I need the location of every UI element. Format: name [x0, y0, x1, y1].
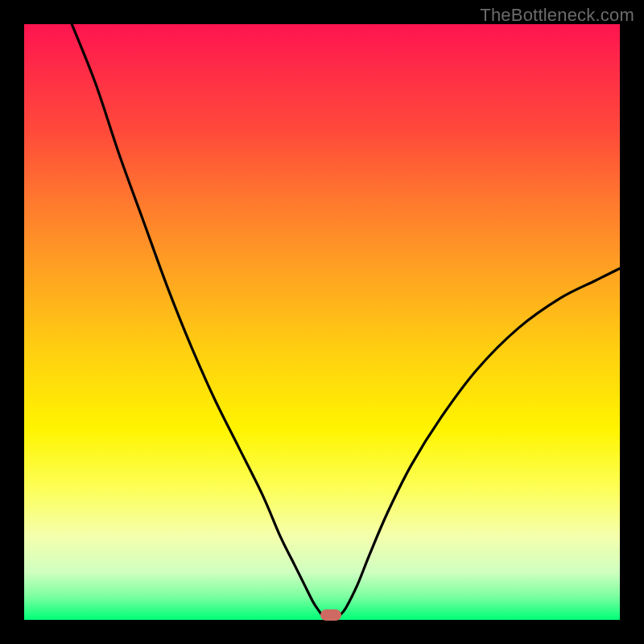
optimum-marker [320, 609, 341, 621]
curve-layer [24, 24, 620, 620]
bottleneck-curve-right [340, 268, 620, 615]
watermark-text: TheBottleneck.com [480, 5, 634, 26]
chart-stage: TheBottleneck.com [0, 0, 644, 644]
bottleneck-curve-left [72, 24, 322, 615]
plot-area [24, 24, 620, 620]
